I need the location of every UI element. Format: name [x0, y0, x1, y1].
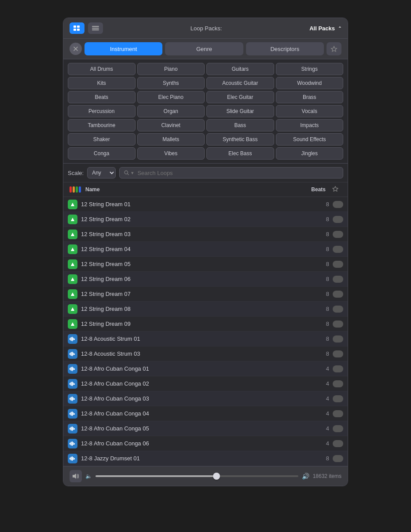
list-view-button[interactable] — [70, 22, 84, 34]
instrument-button-all-drums[interactable]: All Drums — [68, 63, 136, 75]
instrument-button-beats[interactable]: Beats — [68, 91, 136, 103]
loop-favorite-toggle[interactable] — [333, 231, 343, 238]
loop-icon — [68, 439, 77, 448]
instrument-button-jingles[interactable]: Jingles — [276, 147, 344, 160]
svg-rect-58 — [73, 442, 74, 445]
loop-row[interactable]: 12-8 Afro Cuban Conga 054 — [63, 421, 348, 436]
table-header-row: Name Beats — [63, 182, 348, 197]
loop-row[interactable]: 12 String Dream 088 — [63, 302, 348, 317]
instrument-button-guitars[interactable]: Guitars — [206, 63, 274, 75]
instrument-button-woodwind[interactable]: Woodwind — [276, 77, 344, 89]
loop-favorite-toggle[interactable] — [333, 395, 343, 402]
instrument-button-percussion[interactable]: Percussion — [68, 105, 136, 117]
instrument-button-sound-effects[interactable]: Sound Effects — [276, 133, 344, 146]
instrument-button-vocals[interactable]: Vocals — [276, 105, 344, 117]
instrument-button-synths[interactable]: Synths — [137, 77, 205, 89]
instrument-button-elec-piano[interactable]: Elec Piano — [137, 91, 205, 103]
instrument-button-strings[interactable]: Strings — [276, 63, 344, 75]
loop-row[interactable]: 12 String Dream 038 — [63, 227, 348, 242]
instrument-button-synthetic-bass[interactable]: Synthetic Bass — [206, 133, 274, 146]
loop-row[interactable]: 12 String Dream 068 — [63, 272, 348, 287]
loop-row[interactable]: 12 String Dream 028 — [63, 212, 348, 227]
color-sort-icon[interactable] — [70, 185, 82, 194]
loop-beats: 8 — [307, 246, 329, 252]
instrument-button-bass[interactable]: Bass — [206, 119, 274, 131]
instrument-button-conga[interactable]: Conga — [68, 147, 136, 160]
loop-favorite-toggle[interactable] — [333, 335, 343, 343]
loop-row[interactable]: 12 String Dream 018 — [63, 197, 348, 212]
loop-row[interactable]: 12 String Dream 078 — [63, 287, 348, 302]
instrument-button-tambourine[interactable]: Tambourine — [68, 119, 136, 131]
instrument-button-vibes[interactable]: Vibes — [137, 147, 205, 160]
loop-icon — [68, 274, 77, 284]
loop-favorite-toggle[interactable] — [333, 216, 343, 223]
loop-favorite-toggle[interactable] — [333, 455, 343, 462]
all-packs-dropdown[interactable]: All Packs ⌃ — [309, 25, 341, 32]
loop-favorite-toggle[interactable] — [333, 410, 343, 417]
instrument-button-piano[interactable]: Piano — [137, 63, 205, 75]
loop-favorite-toggle[interactable] — [333, 350, 343, 357]
search-input[interactable] — [137, 170, 338, 176]
svg-marker-65 — [73, 474, 76, 479]
loop-favorite-toggle[interactable] — [333, 246, 343, 253]
tab-instrument[interactable]: Instrument — [84, 42, 162, 55]
loop-row[interactable]: 12-8 Jazzy Drumset 018 — [63, 451, 348, 466]
svg-point-9 — [125, 171, 128, 174]
loop-row[interactable]: 12-8 Acoustic Strum 038 — [63, 346, 348, 361]
svg-rect-30 — [70, 368, 70, 370]
loop-favorite-toggle[interactable] — [333, 201, 343, 208]
instrument-button-mallets[interactable]: Mallets — [137, 133, 205, 146]
loop-favorite-toggle[interactable] — [333, 291, 343, 298]
search-dropdown-icon[interactable]: ▾ — [131, 170, 134, 176]
instrument-button-impacts[interactable]: Impacts — [276, 119, 344, 131]
instrument-button-acoustic-guitar[interactable]: Acoustic Guitar — [206, 77, 274, 89]
svg-rect-11 — [71, 205, 74, 206]
svg-rect-29 — [74, 353, 75, 355]
loop-beats: 8 — [307, 335, 329, 342]
instrument-button-shaker[interactable]: Shaker — [68, 133, 136, 146]
svg-rect-56 — [71, 442, 72, 445]
instrument-button-slide-guitar[interactable]: Slide Guitar — [206, 105, 274, 117]
loop-row[interactable]: 12 String Dream 048 — [63, 242, 348, 257]
scale-select[interactable]: Any Major Minor — [87, 167, 116, 179]
instrument-button-elec-bass[interactable]: Elec Bass — [206, 147, 274, 160]
svg-rect-5 — [92, 28, 99, 29]
loop-row[interactable]: 12-8 Afro Cuban Conga 034 — [63, 391, 348, 406]
loop-row[interactable]: 12 String Dream 058 — [63, 257, 348, 272]
instrument-button-brass[interactable]: Brass — [276, 91, 344, 103]
tab-descriptors[interactable]: Descriptors — [246, 42, 324, 55]
loop-favorite-toggle[interactable] — [333, 261, 343, 268]
loop-favorite-toggle[interactable] — [333, 380, 343, 387]
loop-row[interactable]: 12-8 Afro Cuban Conga 014 — [63, 361, 348, 376]
instrument-button-kits[interactable]: Kits — [68, 77, 136, 89]
tab-genre[interactable]: Genre — [165, 42, 243, 55]
speaker-button[interactable] — [70, 470, 82, 482]
svg-rect-23 — [73, 338, 74, 340]
loop-icon — [68, 244, 77, 254]
loop-icon — [68, 289, 77, 299]
svg-rect-0 — [73, 26, 76, 28]
search-icon — [124, 170, 129, 175]
volume-slider[interactable] — [95, 475, 298, 477]
loop-favorite-toggle[interactable] — [333, 365, 343, 372]
instrument-button-clavinet[interactable]: Clavinet — [137, 119, 205, 131]
favorites-filter-button[interactable] — [327, 42, 341, 55]
loop-row[interactable]: 12-8 Afro Cuban Conga 024 — [63, 376, 348, 391]
loop-row[interactable]: 12 String Dream 098 — [63, 317, 348, 332]
loop-favorite-toggle[interactable] — [333, 276, 343, 283]
loop-row[interactable]: 12-8 Acoustic Strum 018 — [63, 332, 348, 346]
loop-row[interactable]: 12-8 Afro Cuban Conga 044 — [63, 406, 348, 421]
svg-rect-22 — [72, 337, 73, 341]
instrument-button-organ[interactable]: Organ — [137, 105, 205, 117]
svg-rect-35 — [70, 383, 70, 385]
loop-favorite-toggle[interactable] — [333, 425, 343, 432]
instrument-button-elec-guitar[interactable]: Elec Guitar — [206, 91, 274, 103]
loop-favorite-toggle[interactable] — [333, 306, 343, 313]
loop-icon — [68, 364, 77, 374]
loop-row[interactable]: 12-8 Afro Cuban Conga 064 — [63, 436, 348, 451]
loop-favorite-toggle[interactable] — [333, 321, 343, 328]
clear-filter-button[interactable] — [70, 43, 82, 55]
loop-name: 12-8 Afro Cuban Conga 06 — [81, 440, 304, 447]
loop-favorite-toggle[interactable] — [333, 440, 343, 447]
grid-view-button[interactable] — [88, 22, 103, 34]
